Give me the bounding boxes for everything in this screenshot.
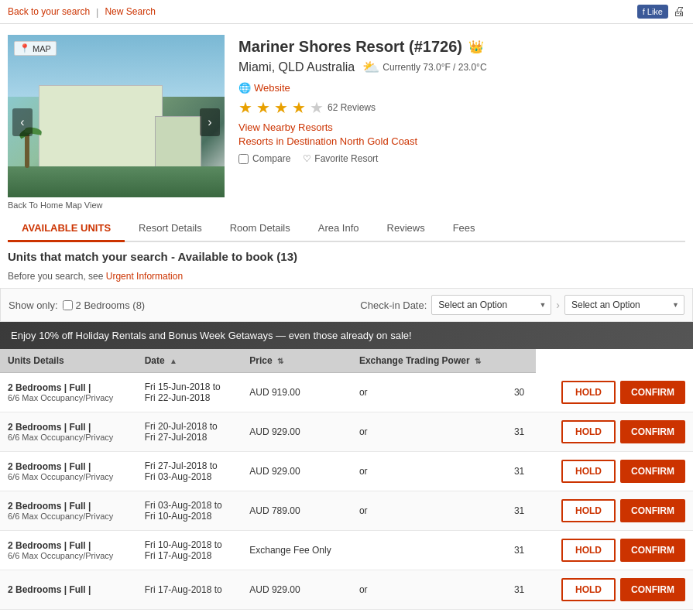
globe-icon: 🌐: [238, 82, 251, 94]
th-unit-details: Units Details: [0, 349, 137, 373]
th-actions: [506, 349, 536, 373]
date-cell: Fri 27-Jul-2018 to Fri 03-Aug-2018: [137, 451, 242, 491]
date-to: Fri 22-Jun-2018: [145, 392, 235, 403]
favorite-label: Favorite Resort: [314, 153, 378, 164]
action-buttons: HOLD CONFIRM: [544, 499, 685, 522]
tab-area-info[interactable]: Area Info: [304, 216, 373, 242]
confirm-button[interactable]: CONFIRM: [620, 460, 685, 483]
date-cell: Fri 20-Jul-2018 to Fri 27-Jul-2018: [137, 412, 242, 451]
th-exchange[interactable]: Exchange Trading Power ⇅: [352, 349, 506, 373]
price-cell: AUD 929.00: [242, 570, 352, 609]
unit-details-cell: 2 Bedrooms | Full | 6/6 Max Occupancy/Pr…: [0, 412, 137, 451]
show-only: Show only: 2 Bedrooms (8): [9, 299, 145, 311]
date-from: Fri 15-Jun-2018 to: [145, 382, 235, 392]
promo-banner: Enjoy 10% off Holiday Rentals and Bonus …: [0, 322, 693, 349]
unit-name: 2 Bedrooms | Full |: [8, 540, 129, 551]
stars-row: ★ ★ ★ ★ ★ 62 Reviews: [238, 98, 685, 117]
back-to-search-link[interactable]: Back to your search: [8, 6, 90, 17]
show-only-label: Show only:: [9, 299, 58, 311]
tab-fees[interactable]: Fees: [439, 216, 489, 242]
th-date[interactable]: Date ▲: [137, 349, 242, 373]
carousel-next-button[interactable]: ›: [200, 108, 220, 136]
facebook-like-button[interactable]: f Like: [637, 5, 668, 19]
separator: |: [96, 6, 98, 18]
reviews-count[interactable]: 62 Reviews: [328, 102, 376, 113]
map-badge[interactable]: 📍 MAP: [14, 41, 57, 56]
checkin-area: Check-in Date: Select an Option › Select…: [360, 295, 684, 315]
actions-cell: HOLD CONFIRM: [536, 530, 693, 570]
tab-resort-details[interactable]: Resort Details: [125, 216, 216, 242]
top-bar-nav: Back to your search | New Search: [8, 6, 156, 18]
tabs-bar: AVAILABLE UNITS Resort Details Room Deta…: [8, 216, 685, 242]
tab-reviews[interactable]: Reviews: [373, 216, 439, 242]
checkin-select1[interactable]: Select an Option: [431, 295, 551, 315]
hold-button[interactable]: HOLD: [561, 578, 616, 601]
date-cell: Fri 15-Jun-2018 to Fri 22-Jun-2018: [137, 373, 242, 412]
action-row: Compare ♡ Favorite Resort: [238, 153, 685, 164]
confirm-button[interactable]: CONFIRM: [620, 381, 685, 404]
compare-checkbox[interactable]: [238, 154, 249, 164]
unit-details-cell: 2 Bedrooms | Full | 6/6 Max Occupancy/Pr…: [0, 373, 137, 412]
tab-room-details[interactable]: Room Details: [216, 216, 304, 242]
table-row: 2 Bedrooms | Full | 6/6 Max Occupancy/Pr…: [0, 451, 693, 491]
price-cell: Exchange Fee Only: [242, 530, 352, 570]
heart-icon: ♡: [303, 153, 311, 164]
hold-button[interactable]: HOLD: [561, 499, 616, 522]
date-to: Fri 27-Jul-2018: [145, 432, 235, 443]
nearby-resorts-link[interactable]: View Nearby Resorts: [238, 121, 685, 133]
confirm-button[interactable]: CONFIRM: [620, 578, 685, 601]
unit-sub: 6/6 Max Occupancy/Privacy: [8, 472, 129, 481]
actions-cell: HOLD CONFIRM: [536, 570, 693, 609]
or-cell: or: [352, 373, 506, 412]
star-2: ★: [256, 98, 270, 117]
date-to: Fri 03-Aug-2018: [145, 471, 235, 482]
bedrooms-checkbox-label[interactable]: 2 Bedrooms (8): [63, 299, 146, 311]
action-buttons: HOLD CONFIRM: [544, 381, 685, 404]
actions-cell: HOLD CONFIRM: [536, 491, 693, 530]
select2-wrap: Select an Option: [564, 295, 684, 315]
destination-link[interactable]: Resorts in Destination North Gold Coast: [238, 135, 685, 147]
date-cell: Fri 17-Aug-2018 to: [137, 570, 242, 609]
compare-checkbox-label[interactable]: Compare: [238, 153, 290, 164]
date-from: Fri 10-Aug-2018 to: [145, 539, 235, 550]
action-buttons: HOLD CONFIRM: [544, 460, 685, 483]
unit-name: 2 Bedrooms | Full |: [8, 382, 129, 393]
weather-text: Currently 73.0°F / 23.0°C: [383, 62, 486, 73]
unit-details-cell: 2 Bedrooms | Full | 6/6 Max Occupancy/Pr…: [0, 491, 137, 530]
date-to: Fri 10-Aug-2018: [145, 511, 235, 522]
carousel-prev-button[interactable]: ‹: [12, 108, 33, 136]
favorite-resort-button[interactable]: ♡ Favorite Resort: [303, 153, 378, 164]
th-price[interactable]: Price ⇅: [242, 349, 352, 373]
hold-button[interactable]: HOLD: [561, 539, 616, 562]
checkin-label: Check-in Date:: [360, 299, 427, 311]
units-table: Units Details Date ▲ Price ⇅ Exchange Tr…: [0, 349, 693, 610]
urgent-link[interactable]: Urgent Information: [106, 271, 183, 282]
print-icon[interactable]: 🖨: [673, 5, 685, 19]
hold-button[interactable]: HOLD: [561, 420, 616, 443]
back-home-map-link[interactable]: Back To Home Map View: [8, 200, 225, 210]
tab-available-units[interactable]: AVAILABLE UNITS: [8, 216, 125, 242]
bedrooms-checkbox[interactable]: [63, 300, 73, 310]
hold-button[interactable]: HOLD: [561, 381, 616, 404]
confirm-button[interactable]: CONFIRM: [620, 420, 685, 443]
hold-button[interactable]: HOLD: [561, 460, 616, 483]
or-cell: or: [352, 451, 506, 491]
website-link[interactable]: 🌐 Website: [238, 82, 685, 94]
map-label: MAP: [33, 44, 51, 53]
table-header-row: Units Details Date ▲ Price ⇅ Exchange Tr…: [0, 349, 693, 373]
exchange-cell: 31: [506, 412, 536, 451]
urgent-bar: Before you search, see Urgent Informatio…: [0, 268, 693, 288]
confirm-button[interactable]: CONFIRM: [620, 499, 685, 522]
unit-details-cell: 2 Bedrooms | Full | 6/6 Max Occupancy/Pr…: [0, 530, 137, 570]
resort-location-row: Miami, QLD Australia ⛅ Currently 73.0°F …: [238, 59, 685, 76]
confirm-button[interactable]: CONFIRM: [620, 539, 685, 562]
price-cell: AUD 929.00: [242, 451, 352, 491]
map-pin-icon: 📍: [19, 43, 30, 53]
actions-cell: HOLD CONFIRM: [536, 451, 693, 491]
unit-sub: 6/6 Max Occupancy/Privacy: [8, 512, 129, 521]
new-search-link[interactable]: New Search: [105, 6, 155, 17]
table-row: 2 Bedrooms | Full | 6/6 Max Occupancy/Pr…: [0, 491, 693, 530]
table-row: 2 Bedrooms | Full | 6/6 Max Occupancy/Pr…: [0, 530, 693, 570]
star-3: ★: [274, 98, 288, 117]
checkin-select2[interactable]: Select an Option: [564, 295, 684, 315]
